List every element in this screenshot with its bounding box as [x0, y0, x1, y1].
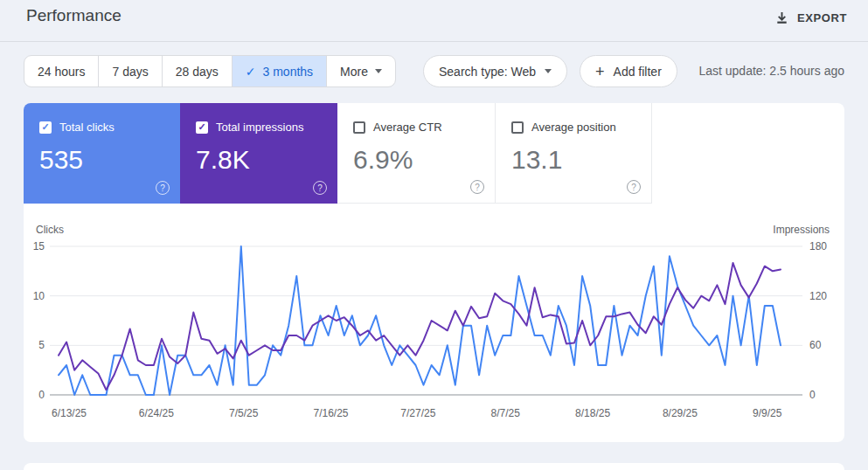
x-axis-label: 9/9/25: [753, 407, 782, 419]
metric-card-average-position[interactable]: Average position 13.1 ?: [495, 103, 652, 204]
check-icon: ✓: [41, 121, 49, 133]
y-axis-tick-left: 10: [33, 290, 45, 302]
export-label: EXPORT: [797, 11, 847, 24]
x-axis-label: 8/7/25: [491, 407, 521, 419]
performance-chart: 151801012056000ClicksImpressions6/13/256…: [24, 217, 844, 435]
search-type-chip[interactable]: Search type: Web: [423, 55, 567, 87]
x-axis-label: 6/24/25: [139, 407, 174, 419]
tab-label: 28 days: [176, 65, 219, 79]
caret-down-icon: [375, 69, 382, 73]
metric-card-average-ctr[interactable]: Average CTR 6.9% ?: [337, 103, 495, 204]
performance-panel: ✓ Total clicks 535 ? ✓ Total impressions…: [24, 103, 844, 442]
y-axis-tick-right: 60: [809, 339, 822, 351]
x-axis-label: 8/18/25: [575, 407, 610, 419]
x-axis-label: 7/27/25: [400, 407, 435, 419]
help-icon[interactable]: ?: [156, 181, 170, 195]
metric-value: 535: [39, 145, 166, 175]
impressions-line: [59, 263, 781, 390]
checkbox-unchecked[interactable]: [511, 121, 524, 134]
metric-label: Total clicks: [59, 121, 115, 134]
tab-7-days[interactable]: 7 days: [99, 56, 162, 86]
metric-label: Average position: [531, 121, 616, 134]
page-title: Performance: [26, 6, 122, 25]
download-icon: [774, 10, 789, 25]
y-axis-tick-left: 5: [38, 339, 45, 351]
filter-chips: Search type: Web + Add filter: [423, 55, 677, 87]
caret-down-icon: [545, 69, 552, 73]
chart-svg: 151801012056000ClicksImpressions6/13/256…: [24, 217, 844, 431]
y-axis-tick-left: 0: [38, 389, 45, 401]
y-axis-tick-right: 180: [809, 240, 827, 252]
metric-value: 6.9%: [353, 145, 481, 175]
header-divider: [0, 41, 868, 42]
last-update-text: Last update: 2.5 hours ago: [698, 64, 844, 78]
next-panel-top: [24, 463, 844, 470]
date-range-group: 24 hours 7 days 28 days ✓ 3 months More: [24, 55, 396, 87]
tab-label: 7 days: [112, 65, 148, 79]
tab-24-hours[interactable]: 24 hours: [24, 56, 99, 86]
add-filter-chip[interactable]: + Add filter: [580, 55, 677, 87]
check-icon: ✓: [198, 121, 205, 133]
metric-value: 13.1: [511, 145, 637, 175]
help-icon[interactable]: ?: [313, 181, 327, 195]
left-axis-title: Clicks: [36, 224, 64, 236]
performance-page: { "icons": { "check": "✓", "plus": "+", …: [0, 0, 868, 470]
metric-card-total-clicks[interactable]: ✓ Total clicks 535 ?: [24, 103, 180, 204]
more-label: More: [340, 65, 368, 79]
add-filter-label: Add filter: [614, 65, 662, 79]
checkbox-unchecked[interactable]: [353, 121, 365, 134]
more-button[interactable]: More: [327, 56, 395, 86]
export-button[interactable]: EXPORT: [767, 5, 854, 31]
right-axis-title: Impressions: [773, 224, 830, 236]
x-axis-label: 6/13/25: [52, 407, 87, 419]
y-axis-tick-right: 120: [809, 290, 827, 302]
metric-card-total-impressions[interactable]: ✓ Total impressions 7.8K ?: [180, 103, 337, 204]
x-axis-label: 7/16/25: [314, 407, 349, 419]
help-icon[interactable]: ?: [627, 180, 641, 194]
y-axis-tick-right: 0: [809, 389, 816, 401]
tab-28-days[interactable]: 28 days: [163, 56, 233, 86]
search-type-label: Search type: Web: [439, 65, 536, 79]
tab-label: 24 hours: [38, 65, 85, 79]
metric-label: Average CTR: [373, 121, 442, 134]
tab-3-months[interactable]: ✓ 3 months: [233, 56, 327, 86]
x-axis-label: 7/5/25: [229, 407, 259, 419]
checkbox-checked[interactable]: ✓: [196, 121, 208, 134]
metric-value: 7.8K: [196, 145, 323, 175]
help-icon[interactable]: ?: [470, 180, 484, 194]
metric-label: Total impressions: [216, 121, 303, 134]
x-axis-label: 8/29/25: [663, 407, 698, 419]
clicks-line: [59, 246, 781, 395]
y-axis-tick-left: 15: [33, 240, 45, 252]
check-icon: ✓: [246, 65, 256, 79]
checkbox-checked[interactable]: ✓: [39, 121, 52, 134]
tab-label: 3 months: [263, 65, 314, 79]
plus-icon: +: [595, 64, 605, 79]
